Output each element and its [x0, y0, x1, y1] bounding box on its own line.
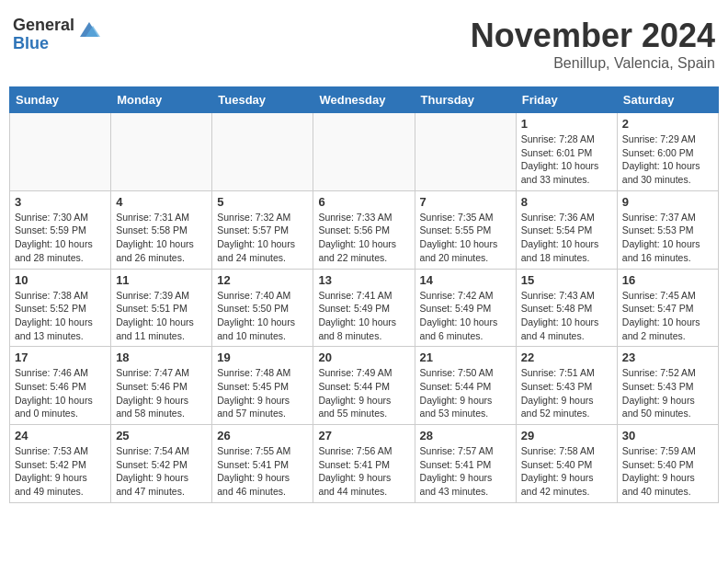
day-info-line: Daylight: 9 hours and 57 minutes. [217, 395, 290, 419]
calendar-cell: 27Sunrise: 7:56 AMSunset: 5:41 PMDayligh… [313, 425, 415, 503]
day-info-line: Sunrise: 7:41 AM [318, 290, 392, 301]
calendar-cell [313, 113, 415, 191]
day-info-line: Sunset: 5:43 PM [622, 381, 694, 392]
location: Benillup, Valencia, Spain [471, 55, 715, 72]
day-info-line: Sunrise: 7:39 AM [116, 290, 189, 301]
day-info: Sunrise: 7:29 AMSunset: 6:00 PMDaylight:… [622, 132, 713, 187]
day-info-line: Sunset: 5:50 PM [217, 303, 289, 314]
day-info: Sunrise: 7:42 AMSunset: 5:49 PMDaylight:… [420, 289, 511, 343]
day-info-line: Sunset: 5:46 PM [15, 381, 86, 392]
day-info-line: Sunset: 5:40 PM [622, 459, 694, 470]
day-info-line: Sunset: 5:42 PM [116, 459, 188, 470]
day-info-line: Sunrise: 7:52 AM [622, 367, 696, 378]
day-info: Sunrise: 7:46 AMSunset: 5:46 PMDaylight:… [15, 366, 106, 420]
day-number: 3 [15, 195, 106, 209]
day-info-line: Sunrise: 7:49 AM [318, 367, 392, 378]
day-info-line: Daylight: 10 hours and 33 minutes. [521, 160, 599, 185]
day-info: Sunrise: 7:54 AMSunset: 5:42 PMDaylight:… [116, 444, 207, 499]
day-info-line: Sunset: 5:48 PM [521, 303, 593, 314]
calendar-cell: 9Sunrise: 7:37 AMSunset: 5:53 PMDaylight… [617, 190, 718, 269]
day-info-line: Daylight: 10 hours and 8 minutes. [318, 316, 396, 341]
day-number: 20 [318, 350, 409, 364]
day-info: Sunrise: 7:30 AMSunset: 5:59 PMDaylight:… [15, 211, 106, 265]
calendar-cell: 30Sunrise: 7:59 AMSunset: 5:40 PMDayligh… [617, 425, 718, 503]
day-info-line: Sunset: 5:44 PM [420, 381, 492, 392]
day-info-line: Sunrise: 7:51 AM [521, 367, 595, 378]
day-number: 1 [521, 117, 612, 131]
day-info-line: Sunrise: 7:46 AM [15, 367, 88, 378]
day-info-line: Daylight: 10 hours and 28 minutes. [15, 238, 93, 263]
day-info: Sunrise: 7:35 AMSunset: 5:55 PMDaylight:… [420, 211, 511, 265]
day-info: Sunrise: 7:36 AMSunset: 5:54 PMDaylight:… [521, 211, 612, 265]
weekday-header-sunday: Sunday [10, 87, 111, 113]
day-number: 2 [622, 117, 713, 131]
day-info-line: Sunset: 5:43 PM [521, 381, 593, 392]
day-info-line: Daylight: 9 hours and 58 minutes. [116, 395, 188, 419]
day-info: Sunrise: 7:39 AMSunset: 5:51 PMDaylight:… [116, 289, 207, 343]
logo: General Blue [13, 17, 100, 53]
calendar-cell: 1Sunrise: 7:28 AMSunset: 6:01 PMDaylight… [516, 113, 617, 191]
day-info-line: Sunrise: 7:55 AM [217, 445, 290, 456]
calendar-cell: 17Sunrise: 7:46 AMSunset: 5:46 PMDayligh… [10, 347, 111, 425]
day-info-line: Daylight: 10 hours and 30 minutes. [622, 160, 700, 185]
day-info: Sunrise: 7:31 AMSunset: 5:58 PMDaylight:… [116, 211, 207, 265]
calendar-cell [415, 113, 516, 191]
day-info-line: Sunrise: 7:40 AM [217, 290, 290, 301]
day-info: Sunrise: 7:38 AMSunset: 5:52 PMDaylight:… [15, 289, 106, 343]
day-number: 6 [318, 195, 409, 209]
calendar-cell: 16Sunrise: 7:45 AMSunset: 5:47 PMDayligh… [617, 269, 718, 347]
calendar-table: SundayMondayTuesdayWednesdayThursdayFrid… [9, 86, 719, 503]
day-number: 14 [420, 273, 511, 287]
day-number: 21 [420, 350, 511, 364]
day-info-line: Sunset: 5:55 PM [420, 224, 492, 236]
day-info-line: Sunrise: 7:35 AM [420, 212, 494, 223]
day-info-line: Sunset: 6:00 PM [622, 147, 694, 158]
day-info: Sunrise: 7:55 AMSunset: 5:41 PMDaylight:… [217, 444, 308, 499]
week-row-3: 10Sunrise: 7:38 AMSunset: 5:52 PMDayligh… [10, 269, 719, 347]
day-info: Sunrise: 7:32 AMSunset: 5:57 PMDaylight:… [217, 211, 308, 265]
day-info-line: Daylight: 10 hours and 18 minutes. [521, 238, 599, 263]
day-info: Sunrise: 7:59 AMSunset: 5:40 PMDaylight:… [622, 444, 713, 499]
day-info-line: Sunrise: 7:45 AM [622, 290, 696, 301]
calendar-cell: 7Sunrise: 7:35 AMSunset: 5:55 PMDaylight… [415, 190, 516, 269]
calendar-cell: 14Sunrise: 7:42 AMSunset: 5:49 PMDayligh… [415, 269, 516, 347]
week-row-2: 3Sunrise: 7:30 AMSunset: 5:59 PMDaylight… [10, 190, 719, 269]
day-number: 24 [15, 429, 106, 442]
day-number: 22 [521, 350, 612, 364]
day-info-line: Sunrise: 7:43 AM [521, 290, 595, 301]
page-header: General Blue November 2024 Benillup, Val… [9, 9, 719, 79]
day-number: 12 [217, 273, 308, 287]
day-info-line: Sunset: 5:47 PM [622, 303, 694, 314]
day-number: 8 [521, 195, 612, 209]
week-row-4: 17Sunrise: 7:46 AMSunset: 5:46 PMDayligh… [10, 347, 719, 425]
day-info: Sunrise: 7:53 AMSunset: 5:42 PMDaylight:… [15, 444, 106, 499]
day-info: Sunrise: 7:28 AMSunset: 6:01 PMDaylight:… [521, 132, 612, 187]
day-number: 16 [622, 273, 713, 287]
calendar-cell: 23Sunrise: 7:52 AMSunset: 5:43 PMDayligh… [617, 347, 718, 425]
day-info: Sunrise: 7:56 AMSunset: 5:41 PMDaylight:… [318, 444, 409, 499]
day-info-line: Sunrise: 7:31 AM [116, 212, 189, 223]
day-info-line: Sunrise: 7:54 AM [116, 445, 189, 456]
calendar-cell: 25Sunrise: 7:54 AMSunset: 5:42 PMDayligh… [111, 425, 212, 503]
day-info-line: Daylight: 10 hours and 10 minutes. [217, 316, 295, 341]
day-info-line: Daylight: 10 hours and 16 minutes. [622, 238, 700, 263]
day-info: Sunrise: 7:48 AMSunset: 5:45 PMDaylight:… [217, 366, 308, 420]
day-info-line: Daylight: 9 hours and 47 minutes. [116, 472, 188, 497]
week-row-1: 1Sunrise: 7:28 AMSunset: 6:01 PMDaylight… [10, 113, 719, 191]
day-number: 30 [622, 429, 713, 442]
day-info: Sunrise: 7:57 AMSunset: 5:41 PMDaylight:… [420, 444, 511, 499]
day-info-line: Sunrise: 7:57 AM [420, 445, 494, 456]
day-number: 25 [116, 429, 207, 442]
day-info-line: Sunrise: 7:33 AM [318, 212, 392, 223]
day-number: 5 [217, 195, 308, 209]
day-info-line: Sunset: 6:01 PM [521, 147, 593, 158]
day-info-line: Sunrise: 7:38 AM [15, 290, 88, 301]
day-info-line: Sunrise: 7:50 AM [420, 367, 494, 378]
day-number: 19 [217, 350, 308, 364]
day-info: Sunrise: 7:41 AMSunset: 5:49 PMDaylight:… [318, 289, 409, 343]
day-info-line: Sunset: 5:56 PM [318, 224, 390, 236]
weekday-header-friday: Friday [516, 87, 617, 113]
day-info-line: Sunset: 5:41 PM [217, 459, 289, 470]
day-info-line: Sunrise: 7:42 AM [420, 290, 494, 301]
calendar-cell: 19Sunrise: 7:48 AMSunset: 5:45 PMDayligh… [212, 347, 313, 425]
